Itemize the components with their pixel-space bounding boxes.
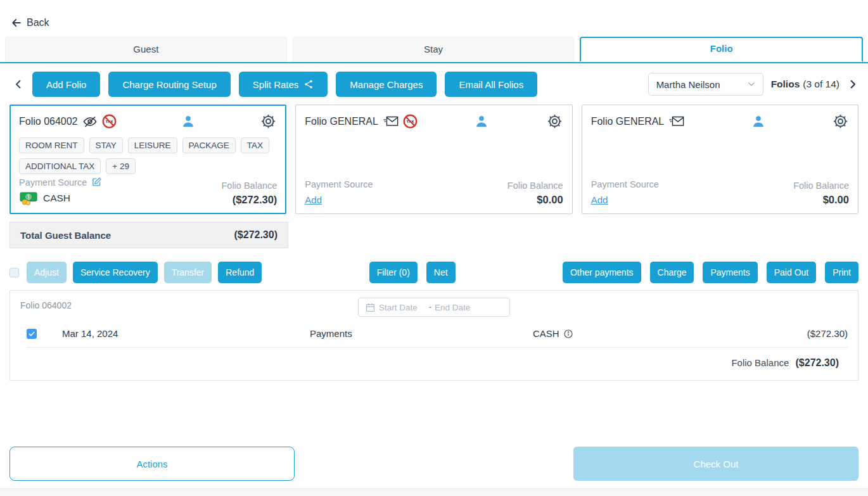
- person-icon[interactable]: [475, 115, 488, 129]
- person-icon[interactable]: [181, 115, 195, 129]
- toolbar-right: Martha Neilson Folios (3 of 14): [648, 73, 858, 96]
- folios-count: (3 of 14): [803, 79, 839, 90]
- other-payments-button[interactable]: Other payments: [563, 262, 641, 283]
- email-all-folios-label: Email All Folios: [459, 79, 523, 90]
- tag: ADDITIONAL TAX: [19, 158, 101, 174]
- folio-balance-value: ($272.30): [221, 194, 277, 206]
- add-folio-label: Add Folio: [46, 79, 86, 90]
- folio-card-footer: Payment Source Add Folio Balance $0.00: [305, 179, 563, 206]
- check-out-button[interactable]: Check Out: [573, 447, 858, 481]
- back-button[interactable]: Back: [10, 16, 49, 29]
- split-rates-label: Split Rates: [253, 79, 299, 90]
- add-payment-source-link[interactable]: Add: [591, 194, 608, 205]
- folio-title: Folio GENERAL: [305, 116, 378, 127]
- manage-charges-label: Manage Charges: [350, 79, 423, 90]
- transactions-table: Folio 064002 - Mar 14, 2024 Payments CAS…: [10, 290, 858, 381]
- tag: LEISURE: [128, 137, 177, 153]
- add-folio-button[interactable]: Add Folio: [32, 72, 100, 97]
- transaction-amount: ($272.30): [807, 328, 848, 339]
- charge-buttons: Other payments Charge Payments Paid Out …: [563, 262, 858, 283]
- transaction-date: Mar 14, 2024: [62, 328, 310, 339]
- transaction-type: Payments: [310, 328, 533, 339]
- bottom-bar: Actions Check Out: [0, 447, 868, 481]
- table-folio-balance-label: Folio Balance: [731, 357, 789, 368]
- folio-card-footer: Payment Source $ CASH Folio Balance ($27…: [19, 177, 277, 206]
- share-icon: [303, 79, 314, 89]
- net-button[interactable]: Net: [426, 262, 456, 283]
- charge-button[interactable]: Charge: [650, 262, 694, 283]
- email-all-folios-button[interactable]: Email All Folios: [445, 72, 537, 97]
- payment-source-label: Payment Source: [305, 179, 373, 189]
- page-bottom-strip: [0, 488, 868, 496]
- svg-text:$: $: [27, 194, 30, 200]
- tab-stay[interactable]: Stay: [293, 37, 575, 62]
- folios-label: Folios: [771, 79, 800, 90]
- transactions-table-footer: Folio Balance ($272.30): [10, 348, 858, 380]
- payments-button[interactable]: Payments: [703, 262, 757, 283]
- folio-card-general-2[interactable]: Folio GENERAL Payment Source Add Folio B…: [582, 105, 858, 214]
- check-icon: [28, 330, 35, 338]
- folio-balance-label: Folio Balance: [793, 181, 849, 191]
- adjust-button[interactable]: Adjust: [27, 262, 67, 283]
- tag: ROOM RENT: [19, 137, 84, 153]
- gear-icon[interactable]: [546, 113, 563, 130]
- info-icon[interactable]: [563, 329, 573, 339]
- chevron-down-icon: [746, 79, 756, 89]
- total-guest-balance: Total Guest Balance ($272.30): [10, 222, 288, 248]
- calendar-icon: [365, 302, 376, 313]
- email-icon: [383, 115, 399, 127]
- guest-select[interactable]: Martha Neilson: [648, 73, 763, 96]
- folio-card-header: Folio GENERAL TAX: [305, 113, 563, 130]
- folios-prev-button[interactable]: [13, 79, 24, 90]
- tab-folio[interactable]: Folio: [580, 37, 863, 62]
- table-folio-balance-amount: ($272.30): [796, 357, 839, 368]
- folio-balance-label: Folio Balance: [221, 181, 277, 191]
- filter-button[interactable]: Filter (0): [369, 262, 418, 283]
- folio-balance-label: Folio Balance: [507, 181, 563, 191]
- date-range-picker[interactable]: -: [358, 298, 510, 317]
- chevron-right-icon: [847, 79, 858, 90]
- print-button[interactable]: Print: [825, 262, 858, 283]
- gear-icon[interactable]: [832, 113, 849, 130]
- tag-more[interactable]: + 29: [106, 158, 136, 174]
- date-separator: -: [429, 303, 431, 312]
- tab-guest[interactable]: Guest: [5, 37, 287, 62]
- edit-icon[interactable]: [91, 177, 102, 188]
- folio-toolbar: Add Folio Charge Routing Setup Split Rat…: [13, 72, 858, 97]
- charge-routing-setup-button[interactable]: Charge Routing Setup: [108, 72, 230, 97]
- tab-bar: Guest Stay Folio: [0, 37, 868, 63]
- service-recovery-button[interactable]: Service Recovery: [73, 262, 158, 283]
- folio-card-general-1[interactable]: Folio GENERAL TAX Payment Source Add: [295, 105, 572, 214]
- gear-icon[interactable]: [260, 113, 277, 130]
- row-checkbox-checked[interactable]: [27, 329, 37, 339]
- split-rates-button[interactable]: Split Rates: [239, 72, 328, 97]
- start-date-input[interactable]: [379, 303, 426, 312]
- tag: STAY: [89, 137, 123, 153]
- charge-routing-setup-label: Charge Routing Setup: [122, 79, 216, 90]
- table-folio-label: Folio 064002: [20, 300, 72, 310]
- paid-out-button[interactable]: Paid Out: [767, 262, 816, 283]
- folio-card-header: Folio 064002 TAX: [19, 113, 277, 130]
- eye-slash-icon: [82, 114, 98, 129]
- folio-balance-value: $0.00: [793, 194, 849, 206]
- transactions-rows: Mar 14, 2024 Payments CASH ($272.30): [27, 320, 848, 348]
- chevron-left-icon: [13, 79, 24, 90]
- total-guest-balance-amount: ($272.30): [234, 229, 278, 241]
- folio-card-064002[interactable]: Folio 064002 TAX ROOM RENT STAY LEISURE …: [10, 105, 286, 214]
- add-payment-source-link[interactable]: Add: [305, 194, 322, 205]
- guest-select-value: Martha Neilson: [656, 79, 720, 90]
- actions-button[interactable]: Actions: [10, 447, 295, 481]
- folios-next-button[interactable]: [847, 79, 858, 90]
- transaction-actions-row: Adjust Service Recovery Transfer Refund …: [10, 262, 858, 283]
- cash-icon: $: [19, 191, 38, 206]
- end-date-input[interactable]: [435, 303, 482, 312]
- refund-button[interactable]: Refund: [218, 262, 262, 283]
- folio-card-header: Folio GENERAL: [591, 113, 849, 130]
- manage-charges-button[interactable]: Manage Charges: [336, 72, 437, 97]
- transfer-button[interactable]: Transfer: [164, 262, 212, 283]
- transaction-row[interactable]: Mar 14, 2024 Payments CASH ($272.30): [27, 320, 848, 348]
- person-icon[interactable]: [751, 115, 765, 129]
- filter-buttons: Filter (0) Net: [369, 262, 456, 283]
- select-all-checkbox[interactable]: [10, 268, 19, 277]
- folio-title: Folio GENERAL: [591, 116, 665, 127]
